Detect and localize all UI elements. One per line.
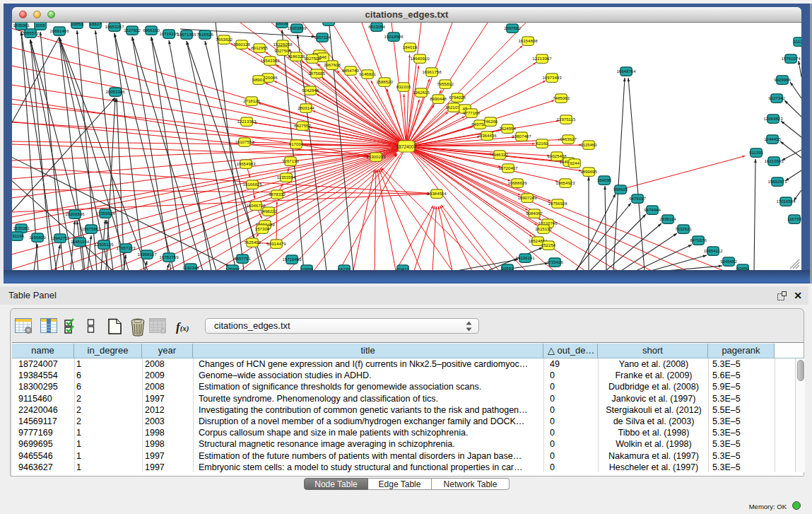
svg-text:2087682: 2087682 <box>504 25 521 30</box>
svg-text:1362615: 1362615 <box>413 90 430 95</box>
svg-text:20412: 20412 <box>397 267 410 270</box>
svg-text:1588520: 1588520 <box>376 79 393 84</box>
svg-text:10958: 10958 <box>301 267 314 270</box>
svg-text:18724007: 18724007 <box>396 144 417 149</box>
svg-text:16210643: 16210643 <box>764 158 784 163</box>
svg-text:7632621: 7632621 <box>675 226 692 231</box>
svg-text:19654983: 19654983 <box>236 161 256 166</box>
svg-text:8454749: 8454749 <box>342 68 359 73</box>
svg-text:16936: 16936 <box>276 23 289 25</box>
svg-text:8186328: 8186328 <box>288 54 305 59</box>
svg-text:2967608: 2967608 <box>324 62 341 67</box>
svg-text:391194: 391194 <box>12 233 25 238</box>
svg-text:11353594: 11353594 <box>277 175 296 180</box>
svg-text:98901: 98901 <box>253 77 266 82</box>
svg-text:16231: 16231 <box>339 267 351 270</box>
svg-text:7485063: 7485063 <box>553 95 570 100</box>
svg-text:9115460: 9115460 <box>580 142 597 147</box>
svg-text:1527602: 1527602 <box>124 28 141 33</box>
svg-text:12093823: 12093823 <box>763 116 783 121</box>
svg-text:16648764: 16648764 <box>616 69 636 74</box>
svg-text:7955812: 7955812 <box>437 81 454 86</box>
svg-text:9327506: 9327506 <box>274 48 291 53</box>
svg-text:9245652: 9245652 <box>720 259 737 264</box>
svg-text:20364436: 20364436 <box>477 133 497 138</box>
svg-text:19756928: 19756928 <box>548 201 567 206</box>
svg-text:1615132: 1615132 <box>535 226 552 231</box>
svg-text:9084067: 9084067 <box>526 211 543 216</box>
svg-text:8960128: 8960128 <box>233 42 250 47</box>
svg-text:12213967: 12213967 <box>532 56 552 61</box>
svg-text:3267130: 3267130 <box>282 158 299 163</box>
svg-text:8471676: 8471676 <box>690 238 707 243</box>
svg-text:9203: 9203 <box>324 23 334 23</box>
svg-text:20053346: 20053346 <box>105 89 125 94</box>
svg-text:2718126: 2718126 <box>243 98 260 103</box>
svg-text:10958107: 10958107 <box>137 252 157 257</box>
svg-text:11451194: 11451194 <box>71 239 90 244</box>
svg-text:1192346: 1192346 <box>182 265 199 270</box>
svg-text:16961758: 16961758 <box>422 69 442 74</box>
svg-text:9498222: 9498222 <box>260 209 277 214</box>
svg-text:19975867: 19975867 <box>81 226 101 231</box>
svg-text:92450: 92450 <box>737 266 750 270</box>
svg-text:116753: 116753 <box>787 216 801 221</box>
svg-text:19384554: 19384554 <box>427 191 447 196</box>
svg-text:175957: 175957 <box>225 267 240 270</box>
svg-text:9857791: 9857791 <box>234 256 251 261</box>
svg-text:6966160: 6966160 <box>143 28 160 33</box>
svg-text:12505135: 12505135 <box>94 242 114 247</box>
svg-text:1156829: 1156829 <box>29 235 46 240</box>
svg-text:8813054: 8813054 <box>368 24 385 29</box>
svg-text:10973493: 10973493 <box>542 75 562 80</box>
svg-text:7986322: 7986322 <box>491 152 508 157</box>
svg-text:3875685: 3875685 <box>308 71 325 76</box>
svg-text:911393: 911393 <box>749 150 763 155</box>
svg-text:19166825: 19166825 <box>242 182 262 187</box>
svg-text:16914479: 16914479 <box>266 241 286 246</box>
svg-text:832203: 832203 <box>396 84 411 89</box>
svg-text:17016504: 17016504 <box>776 199 796 204</box>
svg-text:18640910: 18640910 <box>410 56 430 61</box>
svg-text:16033809: 16033809 <box>287 25 307 30</box>
svg-text:157304: 157304 <box>255 226 270 231</box>
svg-text:8990448: 8990448 <box>430 96 447 101</box>
svg-text:9329966: 9329966 <box>774 77 791 82</box>
svg-text:7515526: 7515526 <box>196 32 213 37</box>
svg-text:1733426: 1733426 <box>546 259 563 264</box>
svg-text:1835061: 1835061 <box>13 226 30 230</box>
svg-text:6794028: 6794028 <box>449 95 466 100</box>
svg-text:16107552: 16107552 <box>235 139 254 144</box>
svg-text:9474444: 9474444 <box>644 207 661 212</box>
svg-text:10719135: 10719135 <box>159 31 179 36</box>
svg-text:6479197: 6479197 <box>629 196 646 201</box>
svg-text:62160: 62160 <box>536 141 549 146</box>
svg-text:15716485: 15716485 <box>282 257 302 262</box>
svg-text:2055: 2055 <box>35 23 45 28</box>
svg-text:17359924: 17359924 <box>95 211 115 216</box>
svg-text:7625402: 7625402 <box>244 240 261 245</box>
svg-text:2803144: 2803144 <box>298 105 314 110</box>
svg-text:15751074: 15751074 <box>781 56 801 61</box>
svg-text:11124: 11124 <box>794 39 801 44</box>
svg-text:8878332: 8878332 <box>269 192 286 197</box>
svg-text:2055572: 2055572 <box>22 30 39 35</box>
svg-text:9227342: 9227342 <box>768 95 785 100</box>
svg-text:252254: 252254 <box>541 243 556 247</box>
svg-text:15692971: 15692971 <box>767 179 787 184</box>
svg-text:7663822: 7663822 <box>216 37 233 42</box>
svg-text:15226058: 15226058 <box>273 42 293 47</box>
svg-text:10654112: 10654112 <box>704 248 723 253</box>
svg-text:958923: 958923 <box>613 187 628 192</box>
svg-text:1244415: 1244415 <box>764 136 781 141</box>
svg-text:9899695: 9899695 <box>580 169 597 174</box>
svg-text:184019: 184019 <box>403 45 418 49</box>
svg-text:8912955: 8912955 <box>251 45 268 50</box>
svg-text:16046726: 16046726 <box>246 203 266 208</box>
svg-text:18907249: 18907249 <box>517 195 537 200</box>
svg-text:7357224: 7357224 <box>314 35 331 40</box>
svg-text:9327508: 9327508 <box>304 56 321 61</box>
svg-text:16782759: 16782759 <box>159 255 179 259</box>
svg-text:12975115: 12975115 <box>557 117 576 122</box>
svg-text:2935114: 2935114 <box>659 216 676 221</box>
